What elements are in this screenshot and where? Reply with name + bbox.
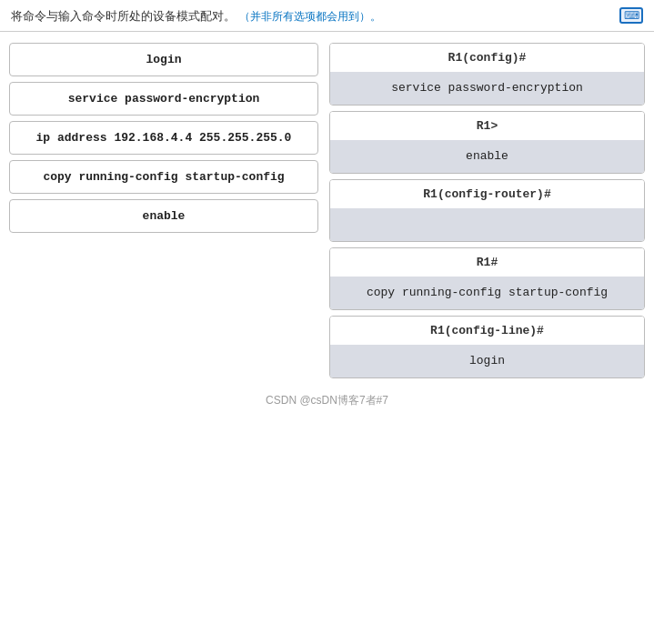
prompt-header-block5: R1(config-line)# [330, 317, 644, 345]
prompt-block-block3: R1(config-router)# [329, 179, 645, 242]
instruction-main: 将命令与输入命令时所处的设备模式配对。 [11, 9, 236, 23]
cmd-item-login[interactable]: login [9, 43, 318, 76]
top-bar: 将命令与输入命令时所处的设备模式配对。 （并非所有选项都会用到）。 [0, 0, 654, 32]
cmd-item-service-password-encryption[interactable]: service password-encryption [9, 82, 318, 116]
cmd-item-ip-address[interactable]: ip address 192.168.4.4 255.255.255.0 [9, 121, 318, 155]
prompt-body-block2[interactable]: enable [330, 140, 644, 173]
prompt-body-block3 [330, 208, 644, 241]
prompt-header-block3: R1(config-router)# [330, 180, 644, 208]
cmd-item-copy-running-config[interactable]: copy running-config startup-config [9, 160, 318, 194]
cmd-item-enable[interactable]: enable [9, 199, 318, 233]
prompt-header-block1: R1(config)# [330, 44, 644, 72]
instruction-text: 将命令与输入命令时所处的设备模式配对。 （并非所有选项都会用到）。 [11, 7, 381, 25]
prompt-block-block5: R1(config-line)#login [329, 316, 645, 378]
prompt-body-block4[interactable]: copy running-config startup-config [330, 277, 644, 309]
left-panel: loginservice password-encryptionip addre… [9, 43, 318, 378]
prompt-body-block1[interactable]: service password-encryption [330, 72, 644, 105]
watermark: CSDN @csDN博客7者#7 [0, 389, 654, 410]
prompt-body-block5[interactable]: login [330, 345, 644, 377]
keyboard-icon [619, 7, 643, 24]
prompt-header-block4: R1# [330, 248, 644, 277]
main-content: loginservice password-encryptionip addre… [0, 32, 654, 389]
prompt-block-block2: R1>enable [329, 111, 645, 174]
right-panel: R1(config)#service password-encryptionR1… [329, 43, 645, 378]
keyboard-icon-wrap [619, 7, 643, 24]
prompt-header-block2: R1> [330, 112, 644, 140]
prompt-block-block1: R1(config)#service password-encryption [329, 43, 645, 106]
prompt-block-block4: R1#copy running-config startup-config [329, 247, 645, 310]
instruction-hint: （并非所有选项都会用到）。 [239, 10, 381, 23]
